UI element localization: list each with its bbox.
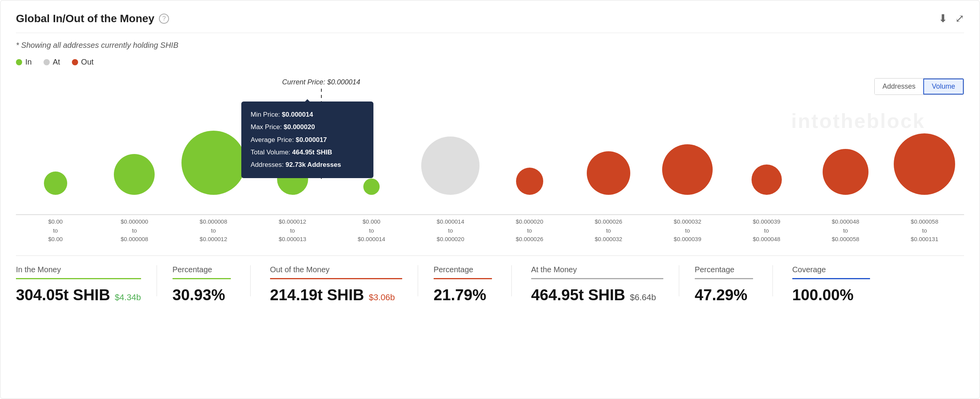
- bubble-col-5: [411, 102, 490, 195]
- tooltip-vol: Total Volume: 464.95t SHIB: [251, 146, 364, 159]
- x-label-4: $0.000 to $0.000014: [332, 217, 411, 244]
- x-label-11-line3: $0.000131: [885, 235, 964, 244]
- x-label-9-line3: $0.000048: [727, 235, 806, 244]
- tooltip-vol-value: 464.95t SHIB: [292, 149, 332, 156]
- x-label-7: $0.000026 to $0.000032: [569, 217, 648, 244]
- x-label-9: $0.000039 to $0.000048: [727, 217, 806, 244]
- divider-2: [250, 265, 251, 296]
- page-title: Global In/Out of the Money: [16, 12, 154, 25]
- tooltip-min: Min Price: $0.000014: [251, 108, 364, 121]
- x-label-11: $0.000058 to $0.000131: [885, 217, 964, 244]
- tooltip: Min Price: $0.000014 Max Price: $0.00002…: [241, 102, 373, 178]
- tooltip-addr-value: 92.73k Addresses: [286, 161, 341, 168]
- tooltip-addr: Addresses: 92.73k Addresses: [251, 159, 364, 171]
- at-the-money-main: 464.95t SHIB: [531, 286, 625, 304]
- stat-coverage: Coverage 100.00%: [792, 265, 870, 304]
- percentage-label-1: Percentage: [173, 265, 231, 279]
- coverage-value: 100.00%: [792, 286, 870, 304]
- divider-6: [772, 265, 773, 296]
- legend: In At Out: [16, 58, 964, 66]
- x-label-2: $0.000008 to $0.000012: [174, 217, 253, 244]
- x-label-4-line2: to: [332, 226, 411, 235]
- bubble-col-7: [569, 102, 648, 195]
- download-button[interactable]: ⬇: [938, 12, 947, 25]
- x-label-0-line1: $0.00: [16, 217, 95, 226]
- bubble-col-0: [16, 102, 95, 195]
- help-icon[interactable]: ?: [159, 14, 169, 24]
- in-percentage-value: 30.93%: [173, 286, 231, 304]
- x-label-11-line1: $0.000058: [885, 217, 964, 226]
- x-label-10-line2: to: [806, 226, 885, 235]
- bubble-2: [181, 131, 246, 195]
- x-label-10-line3: $0.000058: [806, 235, 885, 244]
- x-label-4-line3: $0.000014: [332, 235, 411, 244]
- divider-1: [157, 265, 157, 296]
- chart-area: Addresses Volume Current Price: $0.00001…: [16, 78, 964, 210]
- header: Global In/Out of the Money ? ⬇ ⤢: [16, 12, 964, 33]
- bubble-0: [44, 172, 67, 195]
- in-the-money-value: 304.05t SHIB $4.34b: [16, 286, 141, 304]
- x-label-0: $0.00 to $0.00: [16, 217, 95, 244]
- at-the-money-label: At the Money: [531, 265, 663, 279]
- legend-in: In: [16, 58, 32, 66]
- bubble-col-8: [648, 102, 727, 195]
- stat-out-the-money: Out of the Money 214.19t SHIB $3.06b: [270, 265, 402, 304]
- volume-toggle[interactable]: Volume: [923, 79, 964, 94]
- bubble-6: [516, 168, 543, 195]
- expand-button[interactable]: ⤢: [955, 12, 964, 25]
- x-label-11-line2: to: [885, 226, 964, 235]
- divider-3: [418, 265, 418, 296]
- legend-dot-in: [16, 59, 22, 65]
- stat-percentage-1: Percentage 30.93%: [173, 265, 231, 304]
- x-label-3-line2: to: [253, 226, 332, 235]
- bubble-1: [114, 154, 155, 195]
- x-label-0-line3: $0.00: [16, 235, 95, 244]
- stat-percentage-3: Percentage 47.29%: [695, 265, 753, 304]
- header-left: Global In/Out of the Money ?: [16, 12, 169, 25]
- in-the-money-usd: $4.34b: [115, 292, 141, 303]
- legend-out: Out: [72, 58, 94, 66]
- stat-in-the-money: In the Money 304.05t SHIB $4.34b: [16, 265, 141, 304]
- x-label-5: $0.000014 to $0.000020: [411, 217, 490, 244]
- bubble-col-1: [95, 102, 174, 195]
- x-label-0-line2: to: [16, 226, 95, 235]
- stat-at-the-money: At the Money 464.95t SHIB $6.64b: [531, 265, 663, 304]
- x-label-3-line1: $0.000012: [253, 217, 332, 226]
- x-label-2-line2: to: [174, 226, 253, 235]
- header-icons: ⬇ ⤢: [938, 12, 964, 25]
- bubble-4: [363, 178, 380, 195]
- in-the-money-main: 304.05t SHIB: [16, 286, 110, 304]
- at-the-money-value: 464.95t SHIB $6.64b: [531, 286, 663, 304]
- divider-5: [679, 265, 679, 296]
- at-percentage-value: 47.29%: [695, 286, 753, 304]
- legend-label-out: Out: [81, 58, 94, 66]
- main-container: Global In/Out of the Money ? ⬇ ⤢ * Showi…: [0, 0, 980, 399]
- x-label-7-line2: to: [569, 226, 648, 235]
- bubble-7: [587, 151, 630, 195]
- x-label-1-line1: $0.000000: [95, 217, 174, 226]
- bubble-col-6: [490, 102, 569, 195]
- tooltip-max: Max Price: $0.000020: [251, 121, 364, 133]
- tooltip-avg: Average Price: $0.000017: [251, 134, 364, 146]
- stats-grid: In the Money 304.05t SHIB $4.34b Percent…: [16, 265, 964, 304]
- x-label-2-line1: $0.000008: [174, 217, 253, 226]
- x-label-10-line1: $0.000048: [806, 217, 885, 226]
- out-the-money-usd: $3.06b: [369, 292, 395, 303]
- out-the-money-value: 214.19t SHIB $3.06b: [270, 286, 402, 304]
- bubble-col-9: [727, 102, 806, 195]
- x-label-6-line3: $0.000026: [490, 235, 569, 244]
- x-label-4-line1: $0.000: [332, 217, 411, 226]
- legend-dot-at: [44, 59, 50, 65]
- percentage-label-3: Percentage: [695, 265, 753, 279]
- bubble-5: [421, 136, 480, 195]
- legend-label-in: In: [25, 58, 32, 66]
- bubbles-container: [16, 102, 964, 195]
- x-label-3-line3: $0.000013: [253, 235, 332, 244]
- current-price-label: Current Price: $0.000014: [282, 78, 360, 86]
- tooltip-max-label: Max Price:: [251, 123, 282, 131]
- x-label-6: $0.000020 to $0.000026: [490, 217, 569, 244]
- x-label-1-line3: $0.000008: [95, 235, 174, 244]
- addresses-toggle[interactable]: Addresses: [875, 79, 923, 94]
- x-label-8-line1: $0.000032: [648, 217, 727, 226]
- tooltip-min-value: $0.000014: [282, 111, 313, 118]
